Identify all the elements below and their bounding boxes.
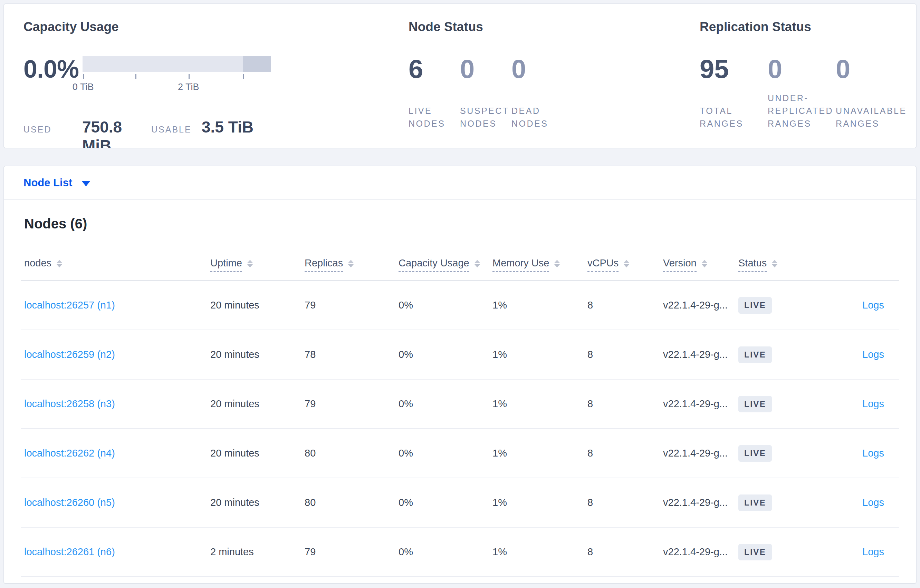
node-link[interactable]: localhost:26260 (n5) bbox=[24, 497, 115, 508]
capacity-bar-chart: 0 TiB2 TiB bbox=[83, 56, 271, 95]
axis-tick bbox=[135, 74, 136, 79]
stat-value: 0 bbox=[512, 56, 563, 82]
capacity-usage-title: Capacity Usage bbox=[23, 20, 408, 34]
node-list-panel: Node List Nodes (6) nodesUptimeReplicasC… bbox=[3, 166, 917, 584]
table-row: localhost:26260 (n5)20 minutes800%1%8v22… bbox=[21, 478, 899, 528]
logs-link[interactable]: Logs bbox=[862, 497, 884, 508]
status-cell: LIVE bbox=[739, 544, 818, 561]
sort-asc-icon bbox=[475, 260, 480, 263]
capacity-bar-other-segment bbox=[243, 56, 271, 72]
node-link[interactable]: localhost:26261 (n6) bbox=[24, 546, 115, 557]
sort-desc-icon bbox=[348, 264, 354, 267]
replication-status-title: Replication Status bbox=[700, 20, 916, 34]
capacity-usage-section: Capacity Usage 0.0% 0 TiB2 TiB USED 750.… bbox=[23, 4, 408, 148]
axis-tick bbox=[83, 74, 84, 79]
node-list-dropdown[interactable]: Node List bbox=[23, 177, 90, 189]
capacity-usage-chart: 0.0% 0 TiB2 TiB bbox=[23, 56, 408, 95]
replicas-cell: 78 bbox=[305, 349, 398, 360]
sort-arrows-icon bbox=[247, 260, 253, 267]
sort-arrows-icon bbox=[702, 260, 707, 267]
column-header-label: nodes bbox=[24, 257, 52, 272]
stat-label: LIVE NODES bbox=[408, 105, 460, 130]
axis-tick-label: 0 TiB bbox=[73, 82, 94, 92]
cluster-summary-panel: Capacity Usage 0.0% 0 TiB2 TiB USED 750.… bbox=[3, 3, 917, 149]
stat-value: 0 bbox=[460, 56, 512, 82]
column-header-label: Capacity Usage bbox=[398, 257, 469, 272]
column-header-replicas[interactable]: Replicas bbox=[305, 257, 398, 272]
node-status-stat: 0SUSPECT NODES bbox=[460, 56, 512, 130]
table-row: localhost:26258 (n3)20 minutes790%1%8v22… bbox=[21, 380, 899, 429]
capacity-cell: 0% bbox=[398, 447, 492, 459]
sort-arrows-icon bbox=[624, 260, 629, 267]
column-header-memory-use[interactable]: Memory Use bbox=[492, 257, 588, 272]
node-link[interactable]: localhost:26259 (n2) bbox=[24, 349, 115, 360]
node-cell: localhost:26262 (n4) bbox=[21, 447, 210, 459]
column-header-vcpus[interactable]: vCPUs bbox=[588, 257, 663, 272]
replicas-cell: 79 bbox=[305, 299, 398, 311]
node-cell: localhost:26257 (n1) bbox=[21, 299, 210, 311]
column-header-capacity-usage[interactable]: Capacity Usage bbox=[398, 257, 492, 272]
axis-tick bbox=[243, 74, 244, 79]
column-header-status[interactable]: Status bbox=[739, 257, 818, 272]
replication-stat: 0UNAVAILABLE RANGES bbox=[836, 56, 904, 130]
sort-asc-icon bbox=[247, 260, 253, 263]
vcpus-cell: 8 bbox=[588, 447, 663, 459]
column-header-version[interactable]: Version bbox=[663, 257, 739, 272]
capacity-cell: 0% bbox=[398, 546, 492, 557]
node-status-stat: 6LIVE NODES bbox=[408, 56, 460, 130]
usable-label: USABLE bbox=[151, 124, 202, 134]
logs-link[interactable]: Logs bbox=[862, 349, 884, 360]
view-selector-bar: Node List bbox=[4, 166, 916, 200]
vcpus-cell: 8 bbox=[588, 349, 663, 360]
nodes-table-body: localhost:26257 (n1)20 minutes790%1%8v22… bbox=[4, 281, 916, 577]
logs-link[interactable]: Logs bbox=[862, 546, 884, 557]
cluster-overview-page: Capacity Usage 0.0% 0 TiB2 TiB USED 750.… bbox=[0, 0, 920, 588]
logs-link[interactable]: Logs bbox=[862, 447, 884, 459]
node-cell: localhost:26260 (n5) bbox=[21, 497, 210, 508]
sort-asc-icon bbox=[624, 260, 629, 263]
version-cell: v22.1.4-29-g... bbox=[663, 398, 739, 410]
sort-arrows-icon bbox=[554, 260, 560, 267]
uptime-cell: 20 minutes bbox=[210, 398, 305, 410]
replicas-cell: 80 bbox=[305, 447, 398, 459]
column-header-nodes[interactable]: nodes bbox=[21, 257, 210, 272]
node-status-section: Node Status 6LIVE NODES0SUSPECT NODES0DE… bbox=[408, 4, 700, 148]
node-cell: localhost:26259 (n2) bbox=[21, 349, 210, 360]
memory-cell: 1% bbox=[492, 299, 588, 311]
status-cell: LIVE bbox=[739, 445, 818, 462]
capacity-bar bbox=[83, 56, 271, 72]
status-badge: LIVE bbox=[739, 346, 772, 363]
capacity-cell: 0% bbox=[398, 299, 492, 311]
column-header-label: Replicas bbox=[305, 257, 343, 272]
node-status-stats: 6LIVE NODES0SUSPECT NODES0DEAD NODES bbox=[408, 56, 700, 130]
uptime-cell: 20 minutes bbox=[210, 349, 305, 360]
node-link[interactable]: localhost:26262 (n4) bbox=[24, 447, 115, 459]
version-cell: v22.1.4-29-g... bbox=[663, 299, 739, 311]
uptime-cell: 20 minutes bbox=[210, 497, 305, 508]
sort-asc-icon bbox=[772, 260, 777, 263]
logs-link[interactable]: Logs bbox=[862, 299, 884, 310]
stat-label: DEAD NODES bbox=[512, 105, 563, 130]
capacity-used-usable-row: USED 750.8 MiB USABLE 3.5 TiB bbox=[23, 118, 408, 149]
memory-cell: 1% bbox=[492, 546, 588, 557]
table-row: localhost:26259 (n2)20 minutes780%1%8v22… bbox=[21, 330, 899, 380]
sort-desc-icon bbox=[475, 264, 480, 267]
capacity-cell: 0% bbox=[398, 398, 492, 410]
logs-cell: Logs bbox=[818, 349, 899, 360]
node-link[interactable]: localhost:26258 (n3) bbox=[24, 398, 115, 409]
logs-link[interactable]: Logs bbox=[862, 398, 884, 409]
logs-cell: Logs bbox=[818, 497, 899, 508]
stat-label: UNAVAILABLE RANGES bbox=[836, 105, 904, 130]
column-header-label: Memory Use bbox=[492, 257, 549, 272]
node-link[interactable]: localhost:26257 (n1) bbox=[24, 299, 115, 310]
memory-cell: 1% bbox=[492, 447, 588, 459]
column-header-uptime[interactable]: Uptime bbox=[210, 257, 305, 272]
stat-label: SUSPECT NODES bbox=[460, 105, 512, 130]
status-badge: LIVE bbox=[739, 297, 772, 314]
capacity-bar-axis: 0 TiB2 TiB bbox=[83, 73, 271, 95]
replicas-cell: 80 bbox=[305, 497, 398, 508]
status-cell: LIVE bbox=[739, 396, 818, 412]
column-header-label: Uptime bbox=[210, 257, 242, 272]
sort-desc-icon bbox=[702, 264, 707, 267]
node-cell: localhost:26258 (n3) bbox=[21, 398, 210, 410]
